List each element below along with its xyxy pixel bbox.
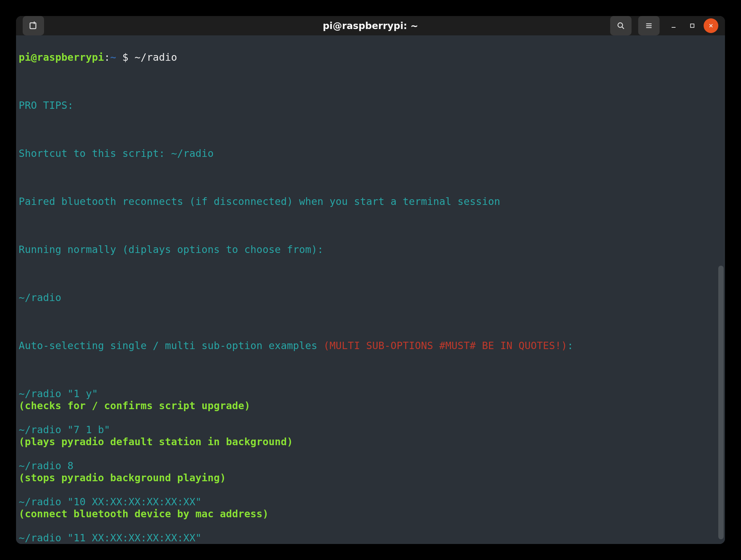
prompt-line: pi@raspberrypi:~ $ ~/radio: [19, 51, 722, 63]
prompt-sigil: $: [122, 51, 128, 63]
maximize-button[interactable]: [685, 18, 699, 33]
terminal-viewport[interactable]: pi@raspberrypi:~ $ ~/radio PRO TIPS: Sho…: [16, 36, 725, 544]
terminal-window: pi@raspberrypi: ~: [16, 16, 725, 544]
example-cmd: ~/radio "10 XX:XX:XX:XX:XX:XX": [19, 496, 722, 508]
svg-rect-0: [30, 23, 36, 29]
prompt-path: ~: [110, 51, 116, 63]
svg-point-3: [618, 23, 622, 27]
example-cmd: ~/radio "1 y": [19, 388, 722, 400]
example-desc: (plays pyradio default station in backgr…: [19, 436, 722, 448]
search-button[interactable]: [610, 16, 631, 36]
bt-reconnect-line: Paired bluetooth reconnects (if disconne…: [19, 196, 722, 208]
auto-select-line: Auto-selecting single / multi sub-option…: [19, 340, 722, 352]
new-tab-button[interactable]: [23, 16, 44, 36]
close-button[interactable]: [703, 18, 718, 33]
example-desc: (connect bluetooth device by mac address…: [19, 508, 722, 520]
example-cmd: ~/radio "11 XX:XX:XX:XX:XX:XX": [19, 532, 722, 544]
example-desc: (stops pyradio background playing): [19, 472, 722, 484]
run-normal-line: Running normally (diplays options to cho…: [19, 243, 722, 256]
example-desc: (checks for / confirms script upgrade): [19, 400, 722, 412]
pro-tips-header: PRO TIPS:: [19, 99, 722, 112]
minimize-button[interactable]: [666, 18, 681, 33]
titlebar: pi@raspberrypi: ~: [16, 16, 725, 36]
svg-rect-9: [691, 24, 694, 28]
svg-line-4: [622, 27, 624, 29]
scrollbar-thumb[interactable]: [718, 266, 724, 539]
prompt-command: ~/radio: [135, 51, 177, 63]
prompt-user-host: pi@raspberrypi: [19, 51, 104, 63]
example-cmd: ~/radio 8: [19, 460, 722, 472]
examples-block: ~/radio "1 y"(checks for / confirms scri…: [19, 388, 722, 544]
shortcut-line: Shortcut to this script: ~/radio: [19, 147, 722, 159]
hamburger-menu-button[interactable]: [638, 16, 660, 36]
example-cmd: ~/radio "7 1 b": [19, 424, 722, 436]
run-normal-cmd: ~/radio: [19, 292, 722, 304]
